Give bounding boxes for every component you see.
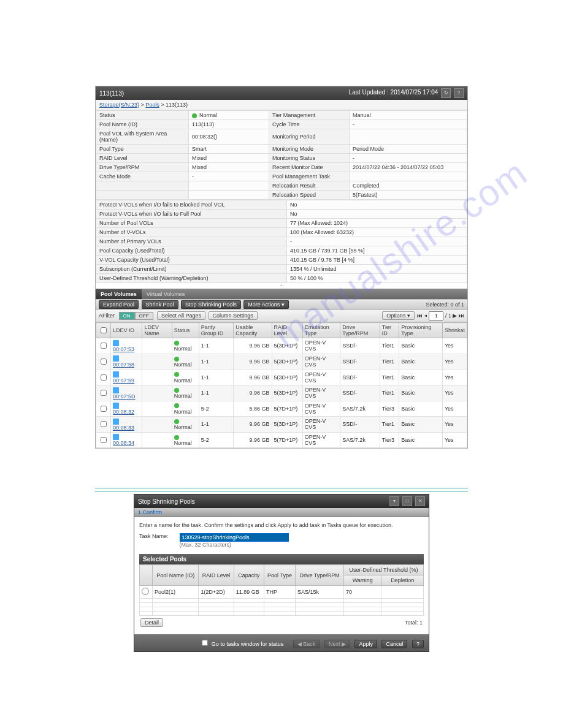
more-actions-button[interactable]: More Actions ▾ — [243, 300, 289, 309]
back-button[interactable]: ◀ Back — [293, 640, 320, 648]
prop-value: 100 (Max Allowed: 63232) — [287, 228, 467, 237]
prop-value: - — [350, 154, 467, 163]
detail-button[interactable]: Detail — [140, 618, 163, 627]
col-pg[interactable]: Parity Group ID — [199, 323, 234, 338]
filter-label[interactable]: AFilter — [99, 313, 115, 319]
pager-last-icon[interactable]: ⏭ — [459, 313, 464, 319]
pager-prev-icon[interactable]: ◀ — [424, 313, 427, 319]
prop-label: Subscription (Current/Limit) — [96, 265, 287, 274]
row-checkbox[interactable] — [101, 390, 107, 396]
prop-value: 50 % / 100 % — [287, 274, 467, 283]
prop-value: - — [350, 120, 467, 129]
stop-shrinking-dialog: Stop Shrinking Pools ▾ □ ✕ 1.Confirm Ent… — [134, 494, 429, 652]
tab-virtual-volumes[interactable]: Virtual Volumes — [142, 289, 190, 299]
row-checkbox[interactable] — [101, 406, 107, 412]
prop-value: No — [287, 200, 467, 210]
ldev-link[interactable]: 00:08:33 — [113, 425, 134, 431]
expand-pool-button[interactable]: Expand Pool — [99, 300, 139, 309]
prop-value: 00:08:32() — [189, 129, 269, 145]
dialog-footer: Go to tasks window for status ◀ Back Nex… — [134, 634, 429, 651]
close-icon[interactable]: ✕ — [415, 496, 425, 506]
col-ldev-name[interactable]: LDEV Name — [142, 323, 172, 338]
row-checkbox[interactable] — [101, 374, 107, 381]
col-raid[interactable]: RAID Level — [272, 323, 302, 338]
table-row[interactable]: 00:07:5D Normal 1-19.96 GB5(3D+1P)OPEN-V… — [96, 385, 467, 401]
column-settings-button[interactable]: Column Settings — [209, 311, 258, 320]
minimize-icon[interactable]: ▾ — [389, 496, 399, 506]
col-warning: Warning — [344, 575, 381, 586]
col-drive[interactable]: Drive Type/RPM — [340, 323, 380, 338]
ldev-link[interactable]: 00:07:58 — [113, 362, 134, 368]
col-capacity: Capacity — [234, 565, 264, 586]
pager-first-icon[interactable]: ⏮ — [417, 313, 423, 319]
table-row[interactable]: 00:07:59 Normal 1-19.96 GB5(3D+1P)OPEN-V… — [96, 370, 467, 385]
prop-value — [189, 181, 269, 191]
col-status[interactable]: Status — [172, 323, 199, 338]
task-name-input[interactable] — [180, 533, 289, 542]
select-all-pages-button[interactable]: Select All Pages — [157, 311, 205, 320]
pager-next-icon[interactable]: ▶ — [453, 313, 457, 319]
col-shrink[interactable]: Shrinkat — [442, 323, 467, 338]
table-row[interactable]: 00:08:32 Normal 5-25.86 GB5(7D+1P)OPEN-V… — [96, 401, 467, 417]
options-button[interactable]: Options ▾ — [382, 311, 415, 320]
table-row[interactable]: 00:07:58 Normal 1-19.96 GB5(3D+1P)OPEN-V… — [96, 354, 467, 370]
help-icon[interactable]: ? — [454, 88, 464, 98]
col-ldev-id[interactable]: LDEV ID — [111, 323, 142, 338]
filter-bar: AFilter ON OFF Select All Pages Column S… — [96, 310, 467, 322]
dialog-titlebar: Stop Shrinking Pools ▾ □ ✕ — [134, 495, 429, 508]
page-input[interactable] — [429, 311, 443, 320]
prop-value: 77 (Max Allowed: 1024) — [287, 219, 467, 228]
row-checkbox[interactable] — [101, 358, 107, 365]
maximize-icon[interactable]: □ — [402, 496, 412, 506]
ldev-link[interactable]: 00:07:5D — [113, 393, 136, 400]
shrink-pool-button[interactable]: Shrink Pool — [142, 300, 178, 309]
apply-button[interactable]: Apply — [354, 640, 377, 648]
prop-label: Pool Capacity (Used/Total) — [96, 246, 287, 256]
tabs: Pool Volumes Virtual Volumes — [96, 289, 467, 299]
goto-tasks-checkbox[interactable]: Go to tasks window for status — [199, 641, 285, 647]
prop-label: Recent Monitor Date — [269, 163, 350, 172]
properties-table-2: Protect V-VOLs when I/O fails to Blocked… — [96, 200, 467, 283]
row-checkbox[interactable] — [101, 421, 107, 427]
prop-value: 410.15 GB / 9.76 TB [4 %] — [287, 256, 467, 265]
refresh-icon[interactable]: ↻ — [441, 88, 451, 98]
table-row[interactable]: Pool2(1) 1(2D+2D) 11.89 GB THP SAS/15k 7… — [140, 586, 424, 599]
task-name-label: Task Name: — [139, 533, 169, 539]
select-all-checkbox[interactable] — [101, 327, 107, 333]
ldev-link[interactable]: 00:07:53 — [113, 346, 134, 352]
bc-pools[interactable]: Pools — [145, 102, 159, 108]
volume-icon — [113, 403, 119, 409]
table-row[interactable]: 00:08:34 Normal 5-29.96 GB5(7D+1P)OPEN-V… — [96, 432, 467, 448]
prop-label: Cache Mode — [96, 172, 189, 181]
row-checkbox[interactable] — [101, 343, 107, 349]
next-button[interactable]: Next ▶ — [324, 640, 350, 648]
tab-pool-volumes[interactable]: Pool Volumes — [96, 289, 142, 299]
ldev-link[interactable]: 00:08:34 — [113, 440, 134, 446]
col-tier[interactable]: Tier ID — [380, 323, 399, 338]
prop-value: Period Mode — [350, 145, 467, 154]
col-capacity[interactable]: Usable Capacity — [234, 323, 272, 338]
selection-count: Selected: 0 of 1 — [426, 301, 464, 308]
col-raid-level: RAID Level — [199, 565, 234, 586]
col-prov[interactable]: Provisioning Type — [399, 323, 443, 338]
filter-toggle[interactable]: ON OFF — [119, 312, 153, 320]
ldev-link[interactable]: 00:07:59 — [113, 377, 134, 384]
status-dot-icon — [174, 372, 179, 377]
prop-label: Pool Management Task — [269, 172, 350, 181]
row-checkbox[interactable] — [101, 437, 107, 443]
prop-value: 410.15 GB / 739.71 GB [55 %] — [287, 246, 467, 256]
prop-value: Mixed — [189, 163, 269, 172]
wizard-step: 1.Confirm — [134, 508, 429, 517]
ldev-link[interactable]: 00:08:32 — [113, 409, 134, 415]
collapse-handle[interactable]: ^ — [96, 283, 467, 289]
col-emulation[interactable]: Emulation Type — [302, 323, 340, 338]
bc-storage[interactable]: Storage(S/N:23) — [99, 102, 139, 108]
selected-pools-table: Pool Name (ID) RAID Level Capacity Pool … — [139, 564, 424, 616]
dialog-help-icon[interactable]: ? — [412, 640, 424, 648]
row-radio[interactable] — [142, 588, 149, 595]
stop-shrinking-button[interactable]: Stop Shrinking Pools — [181, 300, 241, 309]
table-row[interactable]: 00:07:53 Normal 1-19.96 GB5(3D+1P)OPEN-V… — [96, 338, 467, 354]
task-name-hint: (Max. 32 Characters) — [180, 542, 232, 548]
cancel-button[interactable]: Cancel — [381, 640, 407, 648]
table-row[interactable]: 00:08:33 Normal 1-19.96 GB5(3D+1P)OPEN-V… — [96, 417, 467, 433]
